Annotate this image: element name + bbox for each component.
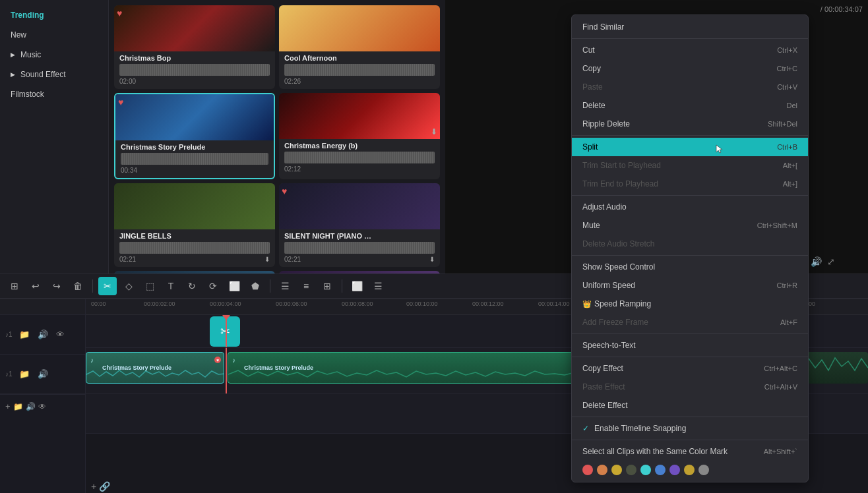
heart-icon-3: ♥ — [118, 97, 123, 107]
menu-item-enable-snapping[interactable]: ✓ Enable Timeline Snapping — [572, 419, 808, 438]
mute-shortcut: Ctrl+Shift+M — [757, 221, 797, 229]
menu-item-split[interactable]: Split Ctrl+B — [572, 138, 808, 156]
audio-clip-1[interactable]: ♪ Christmas Story Prelude ♥ — [86, 352, 224, 384]
add-track-bottom-icon: + — [5, 401, 11, 411]
menu-sep-1 — [572, 38, 808, 39]
settings-button[interactable]: ☰ — [369, 277, 387, 295]
freeze-frame-label: Add Freeze Frame — [582, 318, 648, 327]
color-mark-blue[interactable] — [655, 465, 666, 475]
uniform-speed-label: Uniform Speed — [582, 281, 635, 290]
paste-effect-shortcut: Ctrl+Alt+V — [764, 383, 797, 391]
media-card-5[interactable]: JINGLE BELLS 02:21⬇ — [114, 183, 275, 267]
clip-tool-button[interactable]: ⬜ — [348, 277, 366, 295]
menu-item-mute[interactable]: Mute Ctrl+Shift+M — [572, 216, 808, 235]
waveform-1 — [119, 64, 270, 76]
media-card-1[interactable]: ♥ Christmas Bop 02:00 — [114, 5, 275, 89]
redo-button[interactable]: ↪ — [47, 277, 66, 295]
zoom-button[interactable]: ☰ — [276, 277, 294, 295]
track-icons-row-2: ♪1 📁 🔊 — [0, 355, 85, 394]
menu-item-delete-effect[interactable]: Delete Effect — [572, 396, 808, 415]
delete-effect-label: Delete Effect — [582, 401, 627, 410]
grid-button[interactable]: ⊞ — [318, 277, 336, 295]
track-visible-button-1[interactable]: 👁 — [55, 328, 66, 341]
text-tool-button[interactable]: T — [162, 277, 180, 295]
color-mark-gold[interactable] — [684, 465, 695, 475]
track-volume-button-1[interactable]: 🔊 — [36, 328, 49, 341]
copy-effect-label: Copy Effect — [582, 364, 623, 373]
color-mark-yellow[interactable] — [611, 465, 622, 475]
sidebar-item-sound-effect[interactable]: ▶ Sound Effect — [0, 65, 108, 84]
media-title-6: SILENT NIGHT (PIANO … — [284, 232, 435, 240]
toolbar-separator-2 — [270, 279, 270, 293]
checkmark-icon: ✓ — [582, 424, 589, 433]
select-tool-button[interactable]: ⬚ — [140, 277, 159, 295]
menu-sep-7 — [572, 417, 808, 417]
delete-audio-stretch-label: Delete Audio Stretch — [582, 239, 654, 248]
menu-item-copy-effect[interactable]: Copy Effect Ctrl+Alt+C — [572, 359, 808, 378]
copy-label: Copy — [582, 64, 601, 73]
track-folder-button-1[interactable]: 📁 — [18, 328, 31, 341]
media-info-6: SILENT NIGHT (PIANO … 02:21⬇ — [279, 229, 440, 267]
color-mark-orange[interactable] — [597, 465, 607, 475]
menu-item-ripple-delete[interactable]: Ripple Delete Shift+Del — [572, 115, 808, 133]
waveform-5 — [119, 242, 270, 254]
select-color-shortcut: Alt+Shift+` — [764, 448, 797, 455]
heart-icon-1: ♥ — [117, 8, 122, 18]
sidebar-item-trending[interactable]: Trending — [0, 5, 108, 25]
media-card-2[interactable]: Cool Afternoon 02:26 — [279, 5, 440, 89]
media-title-3: Christmas Story Prelude — [121, 143, 268, 151]
color-mark-gray[interactable] — [698, 465, 709, 475]
diamond-tool-button[interactable]: ◇ — [119, 277, 138, 295]
color-mark-red[interactable] — [582, 465, 593, 475]
media-card-6[interactable]: ♥ SILENT NIGHT (PIANO … 02:21⬇ — [279, 183, 440, 267]
color-mark-purple[interactable] — [669, 465, 680, 475]
media-card-4[interactable]: ⬇ Christmas Energy (b) 02:12 — [279, 93, 440, 179]
speed-ramping-label: Speed Ramping — [594, 299, 651, 308]
multitrack-button[interactable]: ⊞ — [5, 277, 24, 295]
menu-item-show-speed[interactable]: Show Speed Control — [572, 258, 808, 276]
sidebar-filmstock-label: Filmstock — [11, 90, 44, 99]
rotate-tool-button[interactable]: ↻ — [183, 277, 201, 295]
audio-button[interactable]: ≡ — [297, 277, 315, 295]
delete-shortcut: Del — [786, 102, 797, 109]
sidebar-trending-label: Trending — [11, 11, 44, 20]
color-mark-cyan[interactable] — [640, 465, 651, 475]
menu-item-speed-ramping[interactable]: 👑 Speed Ramping — [572, 295, 808, 313]
delete-tool-button[interactable]: 🗑 — [69, 277, 87, 295]
media-thumb-8 — [279, 271, 440, 274]
sidebar: Trending New ▶ Music ▶ Sound Effect Film… — [0, 0, 109, 274]
menu-item-find-similar[interactable]: Find Similar — [572, 18, 808, 36]
track-num-1: ♪1 — [5, 331, 13, 338]
track-volume-button-2[interactable]: 🔊 — [36, 368, 49, 380]
media-info-3: Christmas Story Prelude 00:34 — [115, 140, 274, 178]
menu-item-adjust-audio[interactable]: Adjust Audio — [572, 198, 808, 216]
transform-tool-button[interactable]: ⬜ — [225, 277, 243, 295]
menu-item-select-color[interactable]: Select all Clips with the Same Color Mar… — [572, 442, 808, 461]
media-card-7[interactable]: ♥ Open Road Freedom (… 02:15⬇ — [114, 271, 275, 274]
color-mark-dark-green[interactable] — [626, 465, 636, 475]
trim-end-label: Trim End to Playhead — [582, 179, 658, 188]
ruler-mark-1: 00:00:02:00 — [144, 301, 175, 307]
menu-item-copy[interactable]: Copy Ctrl+C — [572, 59, 808, 78]
scissors-tool-button[interactable]: ✂ — [98, 277, 117, 295]
track-folder-button-2[interactable]: 📁 — [18, 368, 31, 380]
shape-tool-button[interactable]: ⬟ — [246, 277, 264, 295]
menu-item-uniform-speed[interactable]: Uniform Speed Ctrl+R — [572, 276, 808, 295]
sidebar-item-music[interactable]: ▶ Music — [0, 45, 108, 65]
heart-icon-6: ♥ — [282, 186, 287, 196]
menu-item-cut[interactable]: Cut Ctrl+X — [572, 41, 808, 59]
menu-item-trim-end: Trim End to Playhead Alt+] — [572, 175, 808, 193]
crop-tool-button[interactable]: ⟳ — [204, 277, 222, 295]
media-duration-6: 02:21⬇ — [284, 256, 435, 263]
undo-button[interactable]: ↩ — [26, 277, 45, 295]
menu-item-delete[interactable]: Delete Del — [572, 96, 808, 115]
sidebar-item-filmstock[interactable]: Filmstock — [0, 84, 108, 104]
sidebar-item-new[interactable]: New — [0, 25, 108, 45]
media-card-8[interactable]: NUN IN THE OVEN 02:40⬇ — [279, 271, 440, 274]
waveform-3 — [121, 153, 268, 165]
media-duration-2: 02:26 — [284, 78, 435, 85]
enable-snapping-label: Enable Timeline Snapping — [594, 424, 686, 433]
media-card-3[interactable]: ♥ Christmas Story Prelude 00:34 — [114, 93, 275, 179]
menu-item-speech-to-text[interactable]: Speech-to-Text — [572, 336, 808, 355]
folder-bottom-icon: 📁 — [13, 402, 23, 411]
